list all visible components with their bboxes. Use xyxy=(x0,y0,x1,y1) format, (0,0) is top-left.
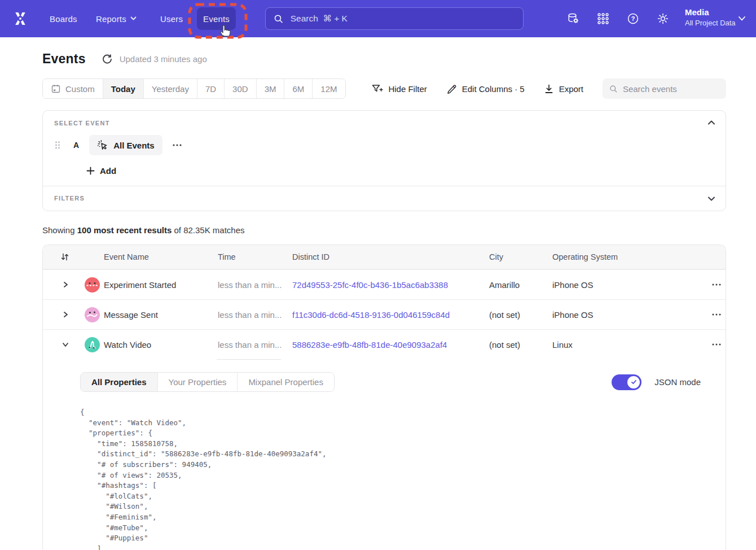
chevron-right-icon[interactable] xyxy=(62,281,69,288)
hide-filter-button[interactable]: Hide Filter xyxy=(371,83,427,94)
row-menu-button[interactable] xyxy=(710,338,723,351)
event-selector-button[interactable]: All Events xyxy=(89,135,162,155)
avatar xyxy=(85,277,100,293)
col-city[interactable]: City xyxy=(489,252,552,261)
mixpanel-logo[interactable] xyxy=(12,11,28,27)
filters-heading: FILTERS xyxy=(54,195,714,202)
chevron-right-icon[interactable] xyxy=(62,311,69,318)
select-event-heading: SELECT EVENT xyxy=(54,120,714,126)
cell-city: Amarillo xyxy=(489,280,552,290)
drag-handle-icon[interactable] xyxy=(54,141,61,150)
cursor-hand-icon xyxy=(218,24,231,37)
table-row[interactable]: Experiment Started less than a min... 72… xyxy=(43,269,726,299)
event-json-view: { "event": "Watch Video", "properties": … xyxy=(80,407,726,550)
events-table: Event Name Time Distinct ID City Operati… xyxy=(42,245,726,550)
event-query-row: A All Events xyxy=(54,135,714,155)
event-row-letter: A xyxy=(73,141,79,150)
cell-distinct-id-link[interactable]: 72d49553-25fc-4f0c-b436-1b5ac6ab3388 xyxy=(292,280,489,290)
cell-event-name: Experiment Started xyxy=(104,280,218,290)
avatar xyxy=(85,307,100,322)
pencil-icon xyxy=(446,84,457,94)
col-operating-system[interactable]: Operating System xyxy=(552,252,673,261)
cell-time: less than a min... xyxy=(218,340,292,350)
date-range-6m[interactable]: 6M xyxy=(284,79,313,98)
ellipsis-icon xyxy=(710,338,723,351)
date-range-custom[interactable]: Custom xyxy=(43,79,103,98)
date-range-yesterday[interactable]: Yesterday xyxy=(144,79,197,98)
col-distinct-id[interactable]: Distinct ID xyxy=(292,252,489,261)
nav-item-reports[interactable]: Reports xyxy=(96,0,137,37)
refresh-icon[interactable] xyxy=(102,54,112,64)
nav-item-boards[interactable]: Boards xyxy=(50,0,77,37)
plus-icon xyxy=(86,167,95,175)
search-events xyxy=(603,78,726,99)
chevron-down-icon[interactable] xyxy=(62,341,69,348)
date-range-7d[interactable]: 7D xyxy=(197,79,225,98)
search-events-input[interactable] xyxy=(623,84,719,94)
query-builder-card: SELECT EVENT A All Events xyxy=(42,110,726,211)
top-navigation: Boards Reports Users Events ? xyxy=(0,0,756,37)
sort-icon[interactable] xyxy=(61,252,69,261)
date-range-today[interactable]: Today xyxy=(103,79,144,98)
ellipsis-icon xyxy=(172,139,183,151)
cell-distinct-id-link[interactable]: f11c30d6-dc6d-4518-9136-0d046159c84d xyxy=(292,310,489,320)
ellipsis-icon xyxy=(710,308,723,321)
events-page: Events Updated 3 minutes ago Custom Toda… xyxy=(0,51,756,550)
calendar-icon xyxy=(51,84,61,94)
magic-cursor-icon xyxy=(97,139,108,151)
cell-time: less than a min... xyxy=(218,310,292,320)
date-range-30d[interactable]: 30D xyxy=(225,79,257,98)
row-menu-button[interactable] xyxy=(710,278,723,291)
cell-event-name: Message Sent xyxy=(104,310,218,320)
results-summary: Showing 100 most recent results of 82.35… xyxy=(42,225,726,235)
date-range-selector: Custom Today Yesterday 7D 30D 3M 6M 12M xyxy=(42,78,346,99)
table-row[interactable]: Message Sent less than a min... f11c30d6… xyxy=(43,299,726,329)
project-name: Media xyxy=(685,7,736,18)
download-icon xyxy=(544,84,554,94)
search-icon xyxy=(609,84,618,94)
ellipsis-icon xyxy=(710,278,723,291)
cell-city: (not set) xyxy=(489,310,552,320)
global-search-input[interactable] xyxy=(291,14,515,24)
edit-columns-button[interactable]: Edit Columns · 5 xyxy=(446,84,525,94)
chevron-down-icon[interactable] xyxy=(707,196,715,202)
cell-event-name: Watch Video xyxy=(104,340,218,350)
settings-gear-icon[interactable] xyxy=(656,12,670,25)
chevron-down-icon[interactable] xyxy=(738,15,746,22)
nav-item-users[interactable]: Users xyxy=(160,0,183,37)
cell-distinct-id-link[interactable]: 5886283e-e9fb-48fb-81de-40e9093a2af4 xyxy=(292,340,489,350)
cell-time: less than a min... xyxy=(218,280,292,290)
json-mode-label: JSON mode xyxy=(654,377,701,387)
global-search xyxy=(265,7,524,30)
help-icon[interactable]: ? xyxy=(626,12,640,25)
chevron-down-icon xyxy=(130,16,137,21)
date-range-3m[interactable]: 3M xyxy=(257,79,285,98)
project-switcher[interactable]: Media All Project Data xyxy=(685,7,736,28)
cell-os: iPhone OS xyxy=(552,310,673,320)
cell-city: (not set) xyxy=(489,340,552,350)
date-range-12m[interactable]: 12M xyxy=(313,79,345,98)
event-more-menu[interactable] xyxy=(172,139,183,151)
table-row-expanded[interactable]: Watch Video less than a min... 5886283e-… xyxy=(43,329,726,359)
row-menu-button[interactable] xyxy=(710,308,723,321)
search-icon xyxy=(274,14,284,24)
event-detail-panel: All Properties Your Properties Mixpanel … xyxy=(43,359,726,550)
svg-text:?: ? xyxy=(631,15,635,22)
toggle-knob xyxy=(627,376,640,389)
check-icon xyxy=(630,378,638,386)
chevron-up-icon[interactable] xyxy=(707,120,715,125)
col-event-name[interactable]: Event Name xyxy=(104,252,218,261)
project-scope: All Project Data xyxy=(685,18,736,28)
json-mode-toggle[interactable] xyxy=(612,374,641,390)
apps-grid-icon[interactable] xyxy=(596,12,610,25)
tab-all-properties[interactable]: All Properties xyxy=(81,373,158,391)
data-management-icon[interactable] xyxy=(566,12,580,25)
updated-timestamp: Updated 3 minutes ago xyxy=(120,54,207,64)
col-time[interactable]: Time xyxy=(218,252,292,261)
cell-os: Linux xyxy=(552,340,673,350)
tab-your-properties[interactable]: Your Properties xyxy=(158,373,238,391)
add-event-button[interactable]: Add xyxy=(86,163,116,178)
cell-os: iPhone OS xyxy=(552,280,673,290)
tab-mixpanel-properties[interactable]: Mixpanel Properties xyxy=(238,373,334,391)
export-button[interactable]: Export xyxy=(544,84,583,94)
